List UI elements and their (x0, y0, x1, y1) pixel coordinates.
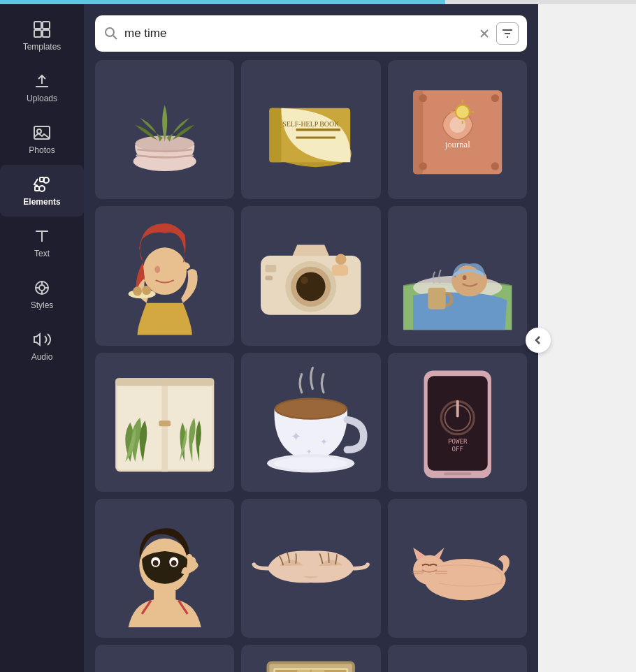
sidebar-item-templates[interactable]: Templates (0, 10, 84, 61)
sidebar-item-text[interactable]: Text (0, 217, 84, 268)
sidebar-label-templates: Templates (23, 42, 62, 52)
svg-point-23 (455, 105, 469, 119)
svg-point-30 (491, 94, 498, 102)
grid-item-window[interactable] (95, 353, 234, 492)
grid-item-woman-relaxing[interactable] (388, 206, 527, 345)
grid-item-woman-towel[interactable] (388, 645, 527, 672)
grid-item-face-mask[interactable] (95, 499, 234, 638)
svg-point-80 (413, 555, 446, 585)
grid-item-bath[interactable] (95, 645, 234, 672)
svg-point-36 (133, 287, 142, 296)
sidebar-label-styles: Styles (31, 300, 54, 310)
sidebar-label-uploads: Uploads (27, 94, 57, 103)
grid-item-woman-cookies[interactable] (95, 206, 234, 345)
search-icon (103, 26, 119, 41)
sidebar-label-text: Text (34, 249, 50, 258)
sidebar-item-photos[interactable]: Photos (0, 113, 84, 165)
sidebar-item-elements[interactable]: Elements (0, 165, 84, 217)
svg-point-32 (491, 162, 498, 170)
filter-icon[interactable] (496, 22, 519, 45)
sidebar-item-audio[interactable]: Audio (0, 320, 84, 372)
svg-point-58 (276, 400, 345, 418)
svg-point-41 (296, 272, 326, 302)
svg-point-9 (39, 186, 45, 191)
svg-point-31 (419, 162, 426, 170)
svg-rect-43 (332, 265, 348, 276)
svg-rect-2 (34, 30, 41, 37)
svg-text:POWER: POWER (448, 437, 468, 444)
svg-rect-70 (444, 472, 471, 475)
right-panel (538, 4, 636, 672)
sidebar-item-uploads[interactable]: Uploads (0, 61, 84, 113)
svg-rect-3 (43, 30, 50, 37)
grid-item-phone[interactable]: POWER OFF (388, 353, 527, 492)
svg-rect-21 (413, 90, 423, 174)
chevron-button[interactable] (526, 328, 551, 353)
svg-rect-56 (159, 420, 171, 425)
svg-point-42 (301, 277, 308, 284)
sidebar-item-styles[interactable]: Styles (0, 268, 84, 320)
svg-rect-53 (166, 380, 212, 469)
sticker-grid: SELF-HELP BOOK (95, 60, 527, 672)
audio-icon (32, 330, 52, 349)
svg-point-35 (129, 290, 156, 299)
main-panel: SELF-HELP BOOK (84, 4, 538, 672)
svg-text:✦: ✦ (320, 437, 328, 447)
svg-text:journal: journal (444, 140, 470, 149)
clear-icon[interactable] (478, 27, 491, 40)
grid-item-sleep-mask[interactable] (241, 499, 380, 638)
sidebar-label-audio: Audio (31, 352, 53, 362)
svg-point-5 (37, 129, 41, 133)
svg-point-63 (275, 457, 347, 469)
styles-icon (32, 278, 52, 298)
grid-item-camera[interactable] (241, 206, 380, 345)
svg-text:SELF-HELP BOOK: SELF-HELP BOOK (282, 120, 340, 128)
svg-rect-46 (266, 276, 273, 281)
photos-icon (32, 123, 52, 143)
grid-item-journal[interactable]: journal (388, 60, 527, 199)
svg-rect-1 (43, 22, 50, 29)
grid-item-coffee[interactable]: ✦ ✦ ✦ (241, 353, 380, 492)
grid-item-plant[interactable] (95, 60, 234, 199)
svg-point-12 (106, 28, 114, 36)
text-icon (32, 226, 52, 246)
svg-point-78 (171, 560, 177, 566)
svg-point-29 (419, 94, 426, 102)
search-input[interactable] (124, 27, 472, 41)
svg-text:✦: ✦ (291, 428, 301, 443)
svg-rect-0 (34, 22, 41, 29)
search-bar (95, 15, 527, 52)
grid-container: SELF-HELP BOOK (84, 60, 538, 672)
svg-point-77 (153, 560, 159, 566)
grid-item-cat[interactable] (388, 499, 527, 638)
svg-point-50 (462, 275, 466, 280)
sidebar: Templates Uploads Photos (0, 4, 84, 672)
svg-point-34 (154, 266, 160, 273)
uploads-icon (32, 71, 52, 91)
svg-point-37 (142, 286, 151, 295)
grid-item-portrait[interactable] (241, 645, 380, 672)
svg-rect-16 (270, 108, 282, 163)
sidebar-label-elements: Elements (23, 197, 60, 207)
svg-text:OFF: OFF (451, 446, 463, 453)
svg-point-44 (335, 254, 347, 265)
svg-rect-55 (115, 378, 214, 386)
svg-rect-49 (428, 288, 445, 309)
svg-point-11 (39, 285, 45, 291)
svg-rect-45 (266, 265, 277, 272)
svg-rect-65 (427, 376, 487, 471)
templates-icon (32, 20, 52, 39)
elements-icon (32, 175, 52, 194)
sidebar-label-photos: Photos (29, 145, 55, 155)
grid-item-book[interactable]: SELF-HELP BOOK (241, 60, 380, 199)
